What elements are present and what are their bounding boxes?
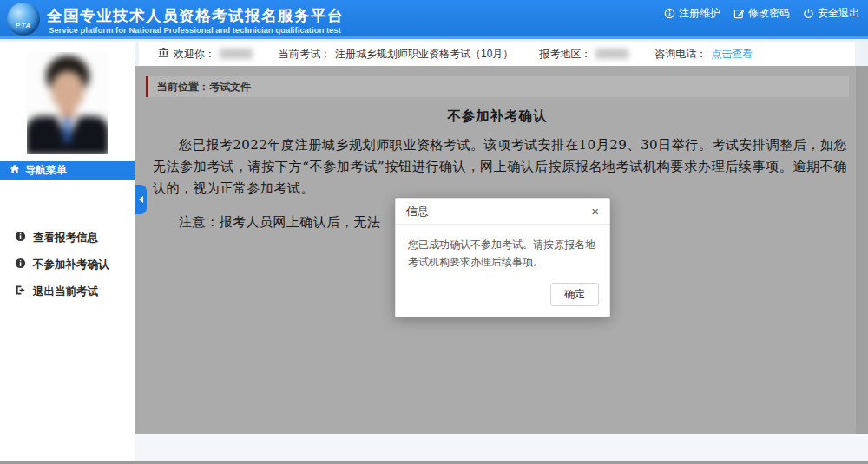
applicant-photo: [27, 52, 108, 154]
welcome-label: 欢迎你：: [174, 47, 215, 62]
confirmation-text: 您已报考2022年度注册城乡规划师职业资格考试。该项考试安排在10月29、30日…: [153, 134, 847, 199]
dialog-message: 您已成功确认不参加考试。请按原报名地考试机构要求办理后续事项。: [396, 225, 609, 276]
sidebar-item-exit-exam[interactable]: 退出当前考试: [0, 281, 135, 302]
sidebar-item-label: 查看报考信息: [33, 231, 98, 245]
breadcrumb-value: 考试文件: [209, 80, 251, 95]
safe-logout-link[interactable]: 安全退出: [803, 6, 859, 21]
app-title: 全国专业技术人员资格考试报名服务平台: [47, 5, 344, 26]
phone-label: 咨询电话：: [654, 47, 707, 62]
sidebar-item-label: 不参加补考确认: [33, 258, 109, 272]
register-maintenance-label: 注册维护: [679, 6, 720, 21]
info-circle-icon: [15, 231, 26, 245]
sign-out-icon: [15, 284, 26, 298]
app-subtitle: Service platform for National Profession…: [49, 25, 341, 35]
breadcrumb-label: 当前位置：: [157, 80, 209, 95]
region-label: 报考地区：: [539, 47, 591, 62]
confirmation-paragraph: 您已报考2022年度注册城乡规划师职业资格考试。该项考试安排在10月29、30日…: [153, 134, 847, 199]
safe-logout-label: 安全退出: [818, 6, 859, 21]
dialog-header: 信息 ×: [396, 199, 609, 225]
page-title: 不参加补考确认: [146, 108, 849, 126]
header-links: 注册维护 修改密码 安全退出: [664, 0, 859, 26]
blurred-username: [220, 49, 253, 59]
change-password-label: 修改密码: [748, 6, 790, 21]
dialog-footer: 确定: [396, 276, 609, 317]
change-password-link[interactable]: 修改密码: [733, 6, 790, 21]
info-icon: [664, 8, 675, 19]
welcome-bar: 欢迎你： 当前考试： 注册城乡规划师职业资格考试（10月） 报考地区： 咨询电话…: [139, 42, 855, 66]
close-icon[interactable]: ×: [591, 205, 599, 218]
sidebar-item-no-makeup-confirm[interactable]: 不参加补考确认: [0, 254, 135, 275]
breadcrumb: 当前位置： 考试文件: [146, 76, 849, 97]
blurred-region: [595, 49, 628, 59]
pta-logo-icon: PTA: [7, 3, 40, 36]
current-exam-label: 当前考试：: [279, 47, 331, 62]
chevron-left-icon: [139, 196, 143, 203]
sidebar-item-view-registration[interactable]: 查看报考信息: [0, 227, 135, 248]
info-circle-icon: [15, 258, 26, 271]
register-maintenance-link[interactable]: 注册维护: [664, 6, 720, 21]
phone-view-link[interactable]: 点击查看: [711, 47, 753, 62]
power-icon: [803, 8, 814, 19]
bank-icon: [158, 47, 169, 61]
home-icon: [10, 164, 20, 177]
confirm-button[interactable]: 确定: [550, 283, 599, 306]
applicant-photo-figure: [27, 52, 108, 154]
sidebar: 导航菜单 查看报考信息 不参加补考确认 退出当前考试: [0, 42, 135, 461]
nav-menu-header: 导航菜单: [0, 161, 135, 180]
nav-menu-title: 导航菜单: [25, 163, 67, 178]
footer-area: [135, 434, 868, 461]
edit-icon: [733, 8, 745, 19]
sidebar-item-label: 退出当前考试: [33, 284, 98, 299]
scrollbar[interactable]: [856, 66, 868, 434]
current-exam-value: 注册城乡规划师职业资格考试（10月）: [335, 47, 513, 62]
dialog-title: 信息: [406, 204, 429, 219]
info-dialog: 信息 × 您已成功确认不参加考试。请按原报名地考试机构要求办理后续事项。 确定: [395, 198, 610, 317]
app-header: PTA 全国专业技术人员资格考试报名服务平台 Service platform …: [0, 0, 868, 39]
sidebar-collapse-button[interactable]: [135, 185, 147, 214]
